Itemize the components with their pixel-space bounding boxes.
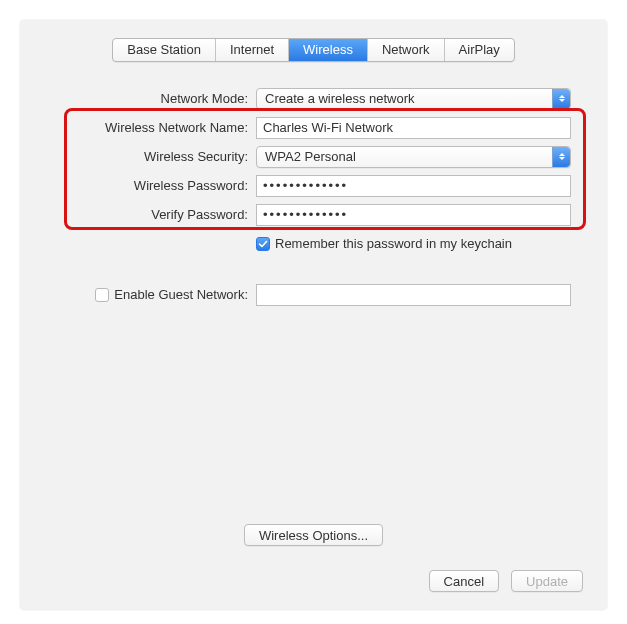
network-mode-value: Create a wireless network: [265, 91, 415, 106]
cancel-button[interactable]: Cancel: [429, 570, 499, 592]
verify-label: Verify Password:: [56, 207, 256, 222]
remember-keychain-checkbox[interactable]: [256, 237, 270, 251]
network-name-input[interactable]: Charles Wi-Fi Network: [256, 117, 571, 139]
tab-base-station[interactable]: Base Station: [113, 39, 216, 61]
enable-guest-label: Enable Guest Network:: [114, 287, 248, 302]
security-value: WPA2 Personal: [265, 149, 356, 164]
wireless-options-button[interactable]: Wireless Options...: [244, 524, 383, 546]
tab-network[interactable]: Network: [368, 39, 445, 61]
tab-airplay[interactable]: AirPlay: [445, 39, 514, 61]
update-button[interactable]: Update: [511, 570, 583, 592]
security-label: Wireless Security:: [56, 149, 256, 164]
tab-internet[interactable]: Internet: [216, 39, 289, 61]
password-label: Wireless Password:: [56, 178, 256, 193]
select-cap-icon: [552, 147, 570, 167]
network-name-value: Charles Wi-Fi Network: [263, 120, 393, 135]
select-cap-icon: [552, 89, 570, 109]
tab-bar: Base Station Internet Wireless Network A…: [20, 20, 607, 62]
verify-value: •••••••••••••: [263, 207, 348, 222]
tab-wireless[interactable]: Wireless: [289, 39, 368, 61]
guest-network-input[interactable]: [256, 284, 571, 306]
network-name-label: Wireless Network Name:: [56, 120, 256, 135]
enable-guest-checkbox[interactable]: [95, 288, 109, 302]
verify-password-input[interactable]: •••••••••••••: [256, 204, 571, 226]
network-mode-select[interactable]: Create a wireless network: [256, 88, 571, 110]
security-select[interactable]: WPA2 Personal: [256, 146, 571, 168]
check-icon: [258, 239, 268, 249]
remember-keychain-label: Remember this password in my keychain: [275, 236, 512, 251]
network-mode-label: Network Mode:: [56, 91, 256, 106]
password-value: •••••••••••••: [263, 178, 348, 193]
password-input[interactable]: •••••••••••••: [256, 175, 571, 197]
settings-panel: Base Station Internet Wireless Network A…: [20, 20, 607, 610]
